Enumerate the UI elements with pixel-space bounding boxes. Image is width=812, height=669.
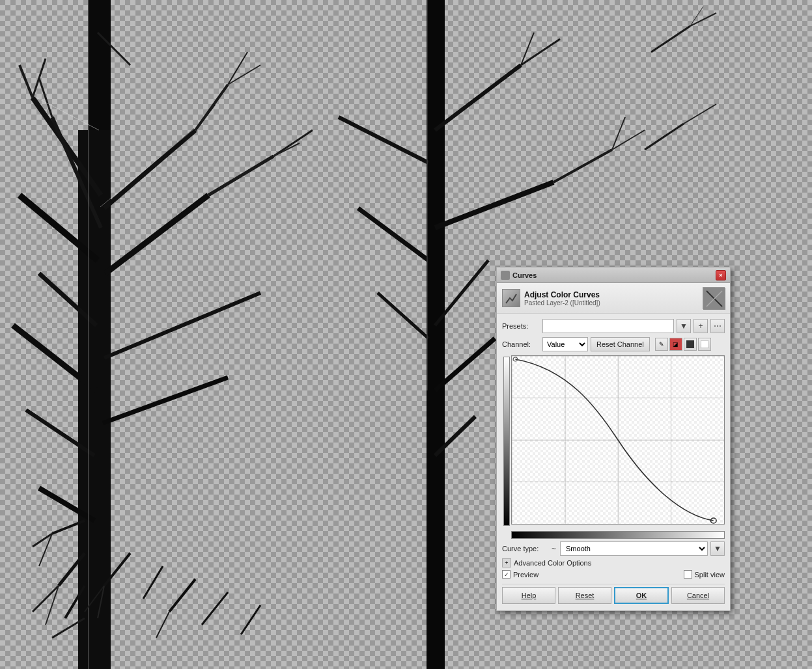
reset-button[interactable]: Reset — [558, 587, 611, 604]
preview-left: Preview — [502, 570, 539, 579]
svg-line-28 — [358, 208, 428, 260]
help-button[interactable]: Help — [502, 587, 555, 604]
channel-color-icon[interactable]: ◪ — [669, 338, 682, 351]
svg-line-32 — [553, 150, 612, 182]
svg-line-18 — [195, 104, 215, 130]
svg-line-51 — [202, 592, 228, 625]
curves-svg — [512, 356, 724, 524]
svg-line-27 — [339, 117, 428, 163]
channel-white-icon[interactable] — [698, 338, 711, 351]
svg-line-62 — [100, 129, 194, 207]
curve-type-icon: ~ — [552, 544, 556, 553]
svg-line-33 — [612, 130, 645, 150]
reset-channel-button[interactable]: Reset Channel — [591, 337, 650, 351]
ok-button[interactable]: OK — [614, 587, 669, 604]
channel-edit-icon[interactable]: ✎ — [655, 338, 668, 351]
header-thumbnail — [703, 287, 725, 309]
x-axis-gradient — [511, 531, 725, 539]
close-button[interactable]: × — [716, 270, 726, 280]
svg-line-29 — [378, 293, 428, 338]
svg-rect-66 — [686, 340, 694, 348]
svg-line-54 — [228, 52, 247, 85]
svg-line-22 — [435, 65, 521, 130]
curve-type-dropdown-btn[interactable]: ▼ — [710, 541, 725, 556]
svg-rect-2 — [427, 0, 445, 669]
channel-select[interactable]: Value Red Green Blue Alpha — [542, 337, 588, 351]
svg-line-14 — [20, 65, 33, 98]
header-title: Adjust Color Curves — [524, 290, 699, 299]
svg-line-48 — [143, 566, 163, 599]
presets-row: Presets: ▼ + ⋯ — [502, 319, 725, 333]
split-view-row: Split view — [684, 570, 725, 579]
header-subtitle: Pasted Layer-2 ([Untitled]) — [524, 299, 699, 307]
svg-line-21 — [273, 143, 300, 156]
preview-label: Preview — [513, 571, 539, 579]
advanced-expand-btn[interactable]: + — [502, 558, 511, 567]
svg-line-49 — [169, 579, 195, 612]
presets-dropdown-btn[interactable]: ▼ — [677, 319, 691, 333]
curve-type-label: Curve type: — [502, 545, 549, 553]
svg-line-10 — [104, 130, 195, 208]
curves-dialog: Curves × Adjust Color Curves Pasted Laye… — [496, 267, 731, 611]
preview-row: Preview Split view — [502, 570, 725, 579]
dialog-title: Curves — [501, 271, 537, 280]
channel-label: Channel: — [502, 340, 540, 348]
curve-type-row: Curve type: ~ Smooth Linear ▼ — [502, 541, 725, 556]
svg-line-12 — [104, 293, 260, 358]
dialog-title-label: Curves — [512, 271, 537, 279]
svg-line-11 — [105, 195, 208, 273]
dialog-body: Presets: ▼ + ⋯ Channel: Value Red Green … — [497, 314, 730, 610]
svg-line-52 — [241, 605, 260, 635]
presets-input[interactable] — [542, 319, 674, 333]
channel-black-icon[interactable] — [684, 338, 697, 351]
dialog-titlebar: Curves × — [497, 267, 730, 283]
split-view-checkbox[interactable] — [684, 570, 692, 579]
svg-line-59 — [645, 124, 684, 150]
svg-line-20 — [273, 130, 313, 156]
advanced-row: + Advanced Color Options — [502, 558, 725, 567]
channel-row: Channel: Value Red Green Blue Alpha Rese… — [502, 337, 725, 351]
channel-icons: ✎ ◪ — [655, 338, 711, 351]
presets-add-btn[interactable]: + — [693, 319, 708, 333]
x-axis-area — [511, 531, 725, 539]
svg-rect-67 — [701, 340, 708, 348]
header-icon — [502, 289, 520, 307]
svg-line-60 — [684, 104, 716, 124]
curves-container — [502, 355, 725, 527]
svg-line-23 — [435, 182, 553, 228]
advanced-label[interactable]: Advanced Color Options — [514, 559, 591, 567]
svg-line-13 — [103, 377, 228, 423]
svg-line-57 — [690, 13, 716, 26]
split-view-label: Split view — [695, 571, 725, 579]
curves-graph[interactable] — [511, 355, 725, 525]
presets-menu-btn[interactable]: ⋯ — [710, 319, 725, 333]
dialog-header: Adjust Color Curves Pasted Layer-2 ([Unt… — [497, 283, 730, 314]
header-text: Adjust Color Curves Pasted Layer-2 ([Unt… — [524, 290, 699, 307]
y-axis-gradient — [503, 357, 510, 526]
svg-line-50 — [156, 612, 169, 638]
presets-label: Presets: — [502, 322, 540, 330]
cancel-button[interactable]: Cancel — [671, 587, 725, 604]
preview-checkbox[interactable] — [502, 570, 511, 579]
buttons-row: Help Reset OK Cancel — [502, 584, 725, 605]
svg-line-55 — [228, 65, 260, 85]
svg-line-56 — [651, 26, 690, 52]
y-axis — [502, 355, 511, 527]
curve-type-select[interactable]: Smooth Linear — [560, 541, 708, 556]
svg-line-34 — [612, 117, 625, 150]
dialog-title-icon — [501, 271, 510, 280]
svg-line-19 — [208, 156, 273, 195]
